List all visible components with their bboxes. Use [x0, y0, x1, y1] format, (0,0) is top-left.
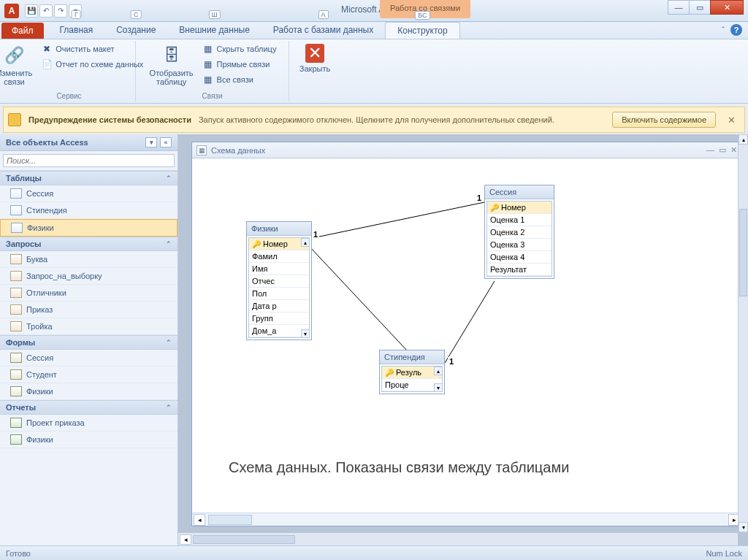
nav-item[interactable]: Стипендия: [0, 202, 178, 219]
tab-создание[interactable]: ССоздание: [104, 22, 167, 39]
maximize-button[interactable]: ▭: [689, 0, 711, 15]
canvas-horizontal-scrollbar[interactable]: ◂: [178, 532, 738, 545]
table-header[interactable]: Стипендия: [380, 350, 444, 364]
svg-line-0: [309, 202, 484, 239]
nav-item[interactable]: Сессия: [0, 350, 178, 367]
direct-rel-icon: ▦: [202, 58, 214, 70]
table-field[interactable]: Имя: [249, 263, 309, 275]
nav-item[interactable]: Физики: [0, 383, 178, 400]
scroll-thumb[interactable]: [739, 209, 747, 296]
close-button[interactable]: ✕: [710, 0, 744, 15]
table-field[interactable]: Фамил: [249, 250, 309, 263]
scroll-down-icon[interactable]: ▾: [739, 522, 748, 532]
doc-minimize-icon[interactable]: —: [706, 145, 714, 155]
nav-item[interactable]: Буква: [0, 251, 178, 268]
tab-главная[interactable]: ГГлавная: [48, 22, 105, 39]
query-icon: [10, 254, 22, 264]
search-input[interactable]: [3, 154, 175, 167]
nav-item[interactable]: Сессия: [0, 185, 178, 202]
table-icon: [11, 223, 23, 233]
clear-layout-button[interactable]: ✖Очистить макет: [39, 42, 145, 55]
direct-relations-button[interactable]: ▦Прямые связи: [201, 58, 278, 71]
file-tab[interactable]: Файл: [1, 23, 44, 39]
nav-item[interactable]: Студент: [0, 367, 178, 383]
ribbon: 🔗 Изменить связи ✖Очистить макет 📄Отчет …: [0, 39, 748, 104]
relationship-canvas[interactable]: 1 1 1 ∞ Физики🔑НомерФамилИмяОтчесПолДата…: [192, 158, 741, 513]
scroll-up-icon[interactable]: ▴: [739, 134, 748, 145]
dismiss-security-button[interactable]: ✕: [723, 115, 740, 126]
query-icon: [10, 304, 22, 315]
nav-category-query[interactable]: Запросы⌃: [0, 237, 178, 251]
scroll-left-icon[interactable]: ◂: [180, 534, 191, 545]
hide-table-button[interactable]: ▦Скрыть таблицу: [201, 42, 278, 55]
table-field[interactable]: 🔑Номер: [249, 238, 309, 250]
nav-search: [0, 151, 178, 171]
scroll-thumb[interactable]: [208, 515, 252, 525]
nav-category-report[interactable]: Отчеты⌃: [0, 400, 178, 415]
table-field[interactable]: 🔑Резуль: [382, 367, 442, 379]
table-field[interactable]: Дата р: [249, 300, 309, 312]
show-table-icon: 🗄: [160, 44, 183, 67]
table-field[interactable]: Оценка 2: [487, 226, 552, 239]
nav-category-table[interactable]: Таблицы⌃: [0, 171, 178, 185]
table-field[interactable]: Дом_а: [249, 325, 309, 337]
table-header[interactable]: Физики: [247, 222, 311, 236]
nav-item[interactable]: Отличники: [0, 285, 178, 302]
table-field[interactable]: Оценка 1: [487, 214, 552, 226]
nav-item[interactable]: Проект приказа: [0, 415, 178, 431]
window-controls: — ▭ ✕: [668, 0, 744, 15]
nav-collapse-icon[interactable]: «: [160, 137, 172, 147]
nav-item[interactable]: Приказ: [0, 302, 178, 318]
canvas-vertical-scrollbar[interactable]: ▴ ▾: [738, 134, 748, 532]
table-field[interactable]: Оценка 4: [487, 251, 552, 264]
status-text: Готово: [6, 549, 31, 558]
nav-category-form[interactable]: Формы⌃: [0, 335, 178, 350]
nav-item[interactable]: Физики: [0, 219, 178, 237]
table-field[interactable]: Групп: [249, 312, 309, 325]
relation-table-stipendiya[interactable]: Стипендия🔑РезульПроце▴▾: [379, 350, 445, 394]
nav-header[interactable]: Все объекты Access ▾«: [0, 134, 178, 151]
close-relations-button[interactable]: ✕ Закрыть: [297, 42, 333, 74]
qat-save-icon[interactable]: 💾: [25, 4, 38, 18]
table-field[interactable]: Оценка 3: [487, 239, 552, 251]
document-window: ▦ Схема данных — ▭ ✕ 1 1 1 ∞ Физики🔑Н: [191, 142, 742, 526]
doc-close-icon[interactable]: ✕: [730, 145, 737, 155]
qat-undo-icon[interactable]: ↶: [39, 4, 53, 18]
relation-table-sessiya[interactable]: Сессия🔑НомерОценка 1Оценка 2Оценка 3Оцен…: [484, 185, 554, 279]
enable-content-button[interactable]: Включить содержимое: [612, 112, 716, 128]
main-area: Все объекты Access ▾« Таблицы⌃СессияСтип…: [0, 134, 748, 545]
all-rel-icon: ▦: [202, 74, 214, 85]
security-message[interactable]: Запуск активного содержимого отключен. Щ…: [199, 115, 605, 124]
svg-line-2: [445, 281, 495, 363]
edit-relations-button[interactable]: 🔗 Изменить связи: [0, 42, 35, 91]
ribbon-collapse-icon[interactable]: ˆ: [722, 26, 725, 34]
table-field[interactable]: Проце: [382, 379, 442, 391]
field-scrollbar[interactable]: ▴▾: [434, 367, 443, 392]
tab-внешние данные[interactable]: ШВнешние данные: [167, 22, 262, 39]
table-field[interactable]: Пол: [249, 288, 309, 300]
field-scrollbar[interactable]: ▴▾: [301, 238, 310, 338]
show-table-button[interactable]: 🗄 Отобразить таблицу: [147, 42, 196, 91]
table-field[interactable]: 🔑Номер: [487, 202, 552, 214]
nav-item[interactable]: Тройка: [0, 318, 178, 335]
relation-table-fiziki[interactable]: Физики🔑НомерФамилИмяОтчесПолДата рГруппД…: [246, 221, 312, 340]
scroll-thumb[interactable]: [193, 535, 295, 544]
nav-item[interactable]: Физики: [0, 431, 178, 448]
nav-item[interactable]: Запрос_на_выборку: [0, 268, 178, 285]
qat-redo-icon[interactable]: ↷: [54, 4, 67, 18]
document-titlebar[interactable]: ▦ Схема данных — ▭ ✕: [192, 142, 741, 158]
all-relations-button[interactable]: ▦Все связи: [201, 73, 278, 86]
doc-maximize-icon[interactable]: ▭: [719, 145, 726, 155]
table-field[interactable]: Отчес: [249, 275, 309, 288]
key-icon: 🔑: [385, 369, 394, 377]
table-field[interactable]: Результат: [487, 264, 552, 276]
relation-report-button[interactable]: 📄Отчет по схеме данных: [39, 58, 145, 71]
tab-работа с базами данных[interactable]: АРабота с базами данных: [262, 22, 385, 39]
minimize-button[interactable]: —: [668, 0, 690, 15]
doc-horizontal-scrollbar[interactable]: ◂ ▸: [192, 513, 741, 526]
table-header[interactable]: Сессия: [485, 185, 554, 199]
scroll-left-icon[interactable]: ◂: [194, 514, 205, 526]
tab-конструктор[interactable]: БСКонструктор: [385, 22, 459, 39]
help-icon[interactable]: ?: [730, 24, 742, 36]
nav-dropdown-icon[interactable]: ▾: [145, 137, 157, 147]
